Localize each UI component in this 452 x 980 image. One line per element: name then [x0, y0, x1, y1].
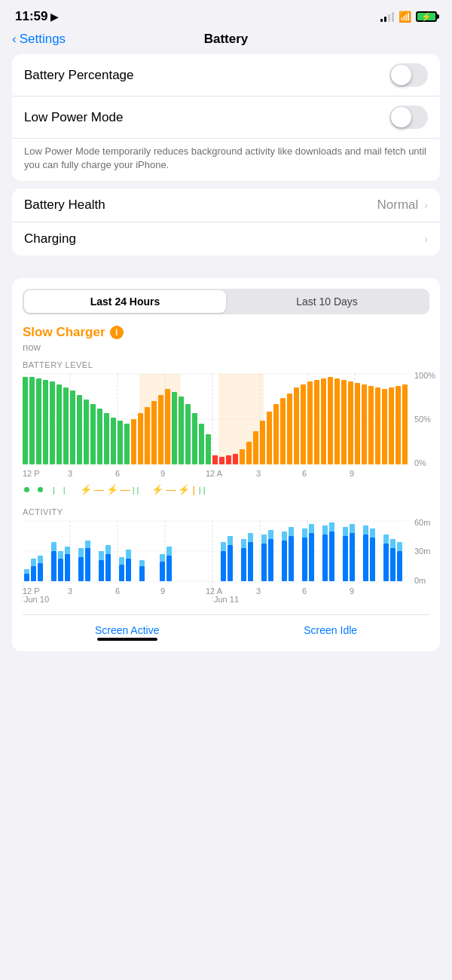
svg-rect-60 — [348, 381, 353, 464]
svg-text:12 A: 12 A — [206, 469, 223, 478]
svg-rect-143 — [329, 522, 334, 531]
svg-text:6: 6 — [302, 586, 307, 596]
battery-percentage-toggle[interactable] — [389, 63, 428, 87]
svg-rect-126 — [248, 542, 253, 581]
svg-rect-31 — [151, 401, 157, 464]
signal-bars — [380, 11, 394, 22]
screen-active-bar — [97, 638, 157, 641]
charging-chevron-icon: › — [424, 233, 428, 245]
svg-rect-137 — [302, 528, 307, 537]
svg-text:3: 3 — [68, 469, 72, 478]
svg-text:6: 6 — [115, 469, 120, 478]
svg-rect-20 — [77, 395, 82, 464]
svg-rect-51 — [287, 394, 292, 464]
svg-text:6: 6 — [115, 586, 120, 596]
tab-last-10-days[interactable]: Last 10 Days — [226, 290, 428, 313]
svg-rect-135 — [289, 527, 294, 536]
svg-rect-136 — [302, 537, 307, 581]
svg-rect-23 — [97, 409, 102, 464]
charge-dot-green — [24, 487, 29, 492]
battery-percentage-label: Battery Percentage — [24, 68, 134, 83]
svg-rect-44 — [240, 449, 245, 464]
svg-rect-106 — [99, 560, 104, 581]
svg-rect-144 — [343, 536, 348, 581]
svg-rect-146 — [350, 533, 355, 581]
svg-rect-15 — [43, 380, 48, 464]
svg-rect-50 — [280, 398, 286, 464]
svg-rect-29 — [138, 413, 143, 464]
svg-rect-32 — [158, 395, 163, 464]
info-icon[interactable]: i — [110, 326, 124, 339]
svg-rect-109 — [105, 545, 111, 554]
svg-rect-123 — [228, 536, 233, 545]
location-icon: ▶ — [50, 11, 58, 23]
svg-rect-108 — [105, 554, 111, 581]
svg-rect-19 — [70, 390, 75, 464]
svg-rect-40 — [212, 455, 218, 464]
svg-rect-150 — [370, 537, 375, 581]
svg-rect-36 — [185, 404, 191, 464]
svg-rect-42 — [226, 455, 231, 464]
battery-health-label: Battery Health — [24, 198, 105, 213]
svg-rect-92 — [31, 566, 36, 581]
svg-rect-61 — [355, 383, 360, 464]
svg-rect-118 — [166, 556, 172, 581]
svg-rect-103 — [78, 548, 84, 557]
svg-rect-114 — [139, 566, 145, 581]
svg-rect-46 — [253, 431, 258, 464]
svg-rect-116 — [160, 562, 165, 581]
battery-percentage-row[interactable]: Battery Percentage — [12, 54, 440, 96]
lightning-icon-3: ⚡ — [151, 484, 163, 495]
status-icons: 📶 ⚡ — [380, 11, 437, 23]
screen-idle-label: Screen Idle — [304, 624, 357, 636]
low-power-mode-toggle[interactable] — [389, 106, 428, 129]
battery-icon: ⚡ — [416, 11, 437, 22]
svg-rect-125 — [241, 539, 246, 548]
svg-rect-133 — [282, 531, 287, 541]
time-range-tabs[interactable]: Last 24 Hours Last 10 Days — [23, 289, 429, 314]
lightning-icon-4: ⚡ — [178, 484, 190, 495]
svg-rect-62 — [362, 384, 367, 464]
svg-rect-138 — [309, 533, 314, 581]
back-button[interactable]: ‹ Settings — [12, 32, 66, 47]
svg-rect-120 — [221, 551, 226, 581]
svg-rect-156 — [397, 551, 402, 581]
page-title: Battery — [204, 32, 249, 47]
screen-active-legend: Screen Active — [95, 624, 160, 641]
svg-rect-66 — [389, 387, 394, 464]
svg-rect-130 — [268, 539, 273, 581]
svg-rect-113 — [126, 550, 131, 559]
battery-health-row[interactable]: Battery Health Normal › — [12, 188, 440, 222]
svg-rect-124 — [241, 548, 246, 581]
svg-rect-59 — [341, 380, 347, 464]
svg-rect-67 — [396, 386, 401, 464]
svg-rect-27 — [124, 424, 130, 464]
svg-rect-45 — [246, 442, 252, 464]
svg-rect-91 — [24, 569, 29, 574]
svg-rect-25 — [111, 418, 116, 464]
svg-text:9: 9 — [350, 586, 354, 596]
svg-rect-33 — [165, 389, 170, 464]
svg-rect-95 — [38, 556, 43, 563]
svg-rect-128 — [261, 544, 267, 581]
svg-rect-145 — [343, 527, 348, 536]
tab-last-24-hours[interactable]: Last 24 Hours — [24, 290, 226, 313]
svg-rect-68 — [402, 384, 408, 464]
battery-level-label: BATTERY LEVEL — [23, 360, 429, 369]
battery-health-chevron-icon: › — [424, 199, 428, 211]
svg-rect-28 — [131, 419, 136, 464]
svg-rect-111 — [119, 557, 124, 565]
svg-rect-131 — [268, 530, 273, 539]
charging-row[interactable]: Charging › — [12, 222, 440, 256]
svg-rect-102 — [78, 557, 84, 581]
nav-bar: ‹ Settings Battery — [0, 29, 452, 54]
svg-rect-57 — [328, 377, 333, 464]
now-label: now — [23, 341, 429, 353]
svg-rect-140 — [322, 534, 328, 581]
activity-chart-wrapper: 60m 30m 0m 12 P 3 6 9 12 A 3 6 9 Jun 10 … — [23, 521, 429, 607]
svg-rect-157 — [397, 542, 402, 551]
svg-text:3: 3 — [68, 586, 72, 596]
svg-rect-100 — [65, 554, 70, 581]
low-power-mode-row[interactable]: Low Power Mode — [12, 96, 440, 139]
svg-rect-110 — [119, 565, 124, 581]
